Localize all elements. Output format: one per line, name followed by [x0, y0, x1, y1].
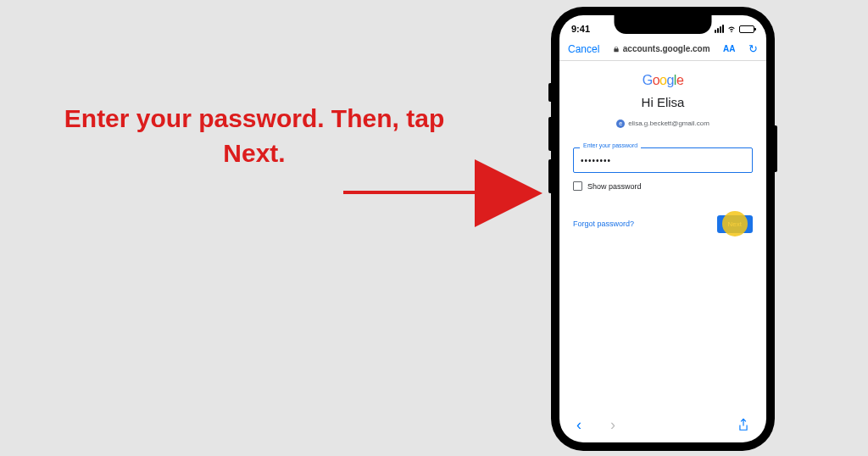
- account-email: elisa.g.beckett@gmail.com: [628, 120, 709, 127]
- show-password-label: Show password: [587, 182, 642, 191]
- page-content: Google Hi Elisa e elisa.g.beckett@gmail.…: [559, 61, 766, 233]
- status-icons: [715, 25, 754, 33]
- cancel-button[interactable]: Cancel: [568, 43, 599, 55]
- password-input[interactable]: [573, 147, 753, 173]
- nav-back-icon[interactable]: ‹: [576, 416, 581, 434]
- pointer-arrow: [343, 165, 564, 225]
- safari-toolbar: ‹ ›: [559, 416, 766, 437]
- wifi-icon: [726, 25, 737, 33]
- share-icon[interactable]: [737, 418, 749, 433]
- phone-screen: 9:41 Cancel accounts.google.com AA ↻ Goo…: [559, 15, 766, 442]
- browser-bar: Cancel accounts.google.com AA ↻: [559, 37, 766, 61]
- url-text: accounts.google.com: [623, 44, 710, 53]
- password-label: Enter your password: [580, 142, 641, 148]
- show-password-row[interactable]: Show password: [573, 181, 753, 191]
- account-chip[interactable]: e elisa.g.beckett@gmail.com: [616, 120, 709, 128]
- show-password-checkbox[interactable]: [573, 181, 582, 191]
- nav-forward-icon: ›: [610, 416, 615, 434]
- greeting-text: Hi Elisa: [573, 95, 753, 109]
- forgot-password-link[interactable]: Forgot password?: [573, 220, 634, 228]
- status-time: 9:41: [571, 24, 590, 34]
- tap-highlight: [722, 211, 748, 236]
- signal-icon: [715, 25, 724, 33]
- instruction-text: Enter your password. Then, tap Next.: [51, 102, 458, 170]
- google-logo: Google: [573, 73, 753, 88]
- text-size-button[interactable]: AA: [723, 44, 735, 53]
- url-display[interactable]: accounts.google.com: [613, 44, 710, 53]
- battery-icon: [739, 25, 754, 33]
- avatar-icon: e: [616, 120, 625, 128]
- phone-notch: [615, 15, 712, 34]
- phone-frame: 9:41 Cancel accounts.google.com AA ↻ Goo…: [551, 7, 775, 451]
- refresh-icon[interactable]: ↻: [748, 42, 758, 55]
- password-field-container: Enter your password: [573, 147, 753, 173]
- lock-icon: [613, 46, 620, 53]
